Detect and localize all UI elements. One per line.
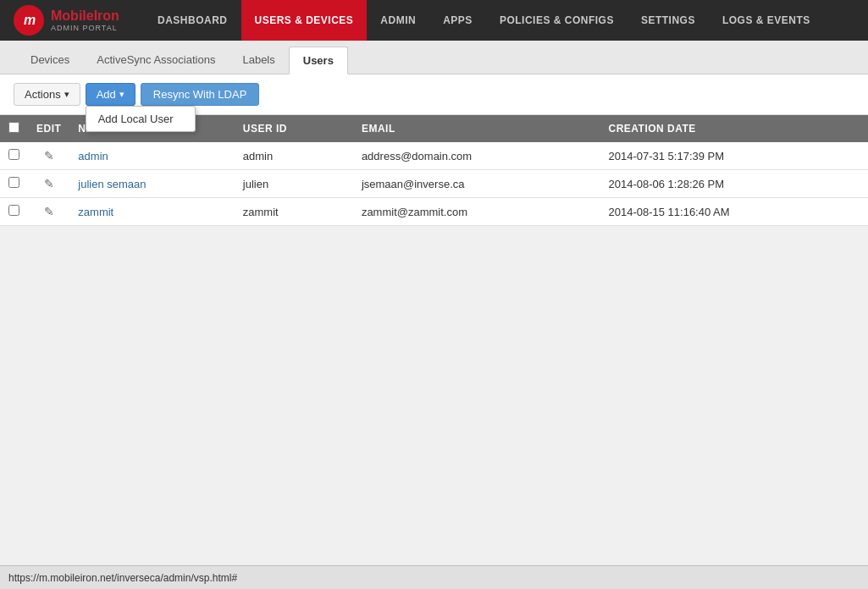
table-row: ✎ zammit zammit zammit@zammit.com 2014-0…: [0, 198, 868, 226]
top-nav: m MobileIron ADMIN PORTAL DASHBOARD USER…: [0, 0, 868, 41]
table-row: ✎ julien semaan julien jsemaan@inverse.c…: [0, 170, 868, 198]
nav-item-policies-configs[interactable]: POLICIES & CONFIGS: [486, 0, 628, 41]
add-local-user-item[interactable]: Add Local User: [86, 107, 195, 131]
bottom-bar: https://m.mobileiron.net/inverseca/admin…: [0, 565, 868, 589]
svg-text:m: m: [24, 13, 36, 27]
row-checkbox-cell: [0, 142, 28, 170]
nav-item-users-devices[interactable]: USERS & DEVICES: [241, 0, 368, 41]
row-checkbox[interactable]: [8, 177, 19, 188]
edit-icon[interactable]: ✎: [44, 205, 54, 218]
col-header-creation-date: CREATION DATE: [600, 115, 868, 142]
admin-portal-label: ADMIN PORTAL: [51, 24, 119, 32]
user-name-cell: zammit: [69, 198, 234, 226]
add-dropdown-menu: Add Local User: [86, 106, 196, 132]
row-checkbox[interactable]: [8, 149, 19, 160]
add-dropdown-wrapper: Add Add Local User: [86, 83, 135, 106]
sub-nav: Devices ActiveSync Associations Labels U…: [0, 41, 868, 74]
subnav-devices[interactable]: Devices: [17, 47, 83, 74]
toolbar: Actions Add Add Local User Resync With L…: [0, 74, 868, 115]
nav-item-admin[interactable]: ADMIN: [367, 0, 429, 41]
user-email-cell: jsemaan@inverse.ca: [353, 170, 600, 198]
col-header-userid: USER ID: [235, 115, 353, 142]
user-date-cell: 2014-07-31 5:17:39 PM: [600, 142, 868, 170]
col-header-email: EMAIL: [353, 115, 600, 142]
main-nav: DASHBOARD USERS & DEVICES ADMIN APPS POL…: [144, 0, 824, 41]
user-date-cell: 2014-08-06 1:28:26 PM: [600, 170, 868, 198]
row-edit-cell: ✎: [28, 142, 69, 170]
user-email-cell: address@domain.com: [353, 142, 600, 170]
user-name-cell: julien semaan: [69, 170, 234, 198]
select-all-checkbox[interactable]: [8, 122, 19, 133]
add-button[interactable]: Add: [86, 83, 135, 106]
subnav-activesync[interactable]: ActiveSync Associations: [83, 47, 229, 74]
user-name-cell: admin: [69, 142, 234, 170]
col-header-edit: EDIT: [28, 115, 69, 142]
subnav-users[interactable]: Users: [289, 47, 348, 74]
user-id-cell: zammit: [235, 198, 353, 226]
row-checkbox-cell: [0, 170, 28, 198]
status-url: https://m.mobileiron.net/inverseca/admin…: [8, 572, 237, 584]
row-edit-cell: ✎: [28, 198, 69, 226]
resync-ldap-button[interactable]: Resync With LDAP: [141, 83, 260, 106]
edit-icon[interactable]: ✎: [44, 149, 54, 162]
nav-item-logs-events[interactable]: LOGS & EVENTS: [709, 0, 824, 41]
col-header-checkbox: [0, 115, 28, 142]
logo-icon: m: [14, 5, 44, 36]
table-row: ✎ admin admin address@domain.com 2014-07…: [0, 142, 868, 170]
nav-item-apps[interactable]: APPS: [429, 0, 486, 41]
user-name-link[interactable]: zammit: [78, 206, 113, 218]
logo: m MobileIron ADMIN PORTAL: [0, 5, 144, 36]
nav-item-dashboard[interactable]: DASHBOARD: [144, 0, 241, 41]
user-email-cell: zammit@zammit.com: [353, 198, 600, 226]
brand-mobile: Mobile: [51, 8, 94, 23]
subnav-labels[interactable]: Labels: [229, 47, 288, 74]
user-id-cell: admin: [235, 142, 353, 170]
logo-text: MobileIron ADMIN PORTAL: [51, 8, 119, 32]
user-name-link[interactable]: admin: [78, 150, 108, 162]
user-id-cell: julien: [235, 170, 353, 198]
row-checkbox-cell: [0, 198, 28, 226]
row-checkbox[interactable]: [8, 205, 19, 216]
actions-button[interactable]: Actions: [14, 83, 80, 106]
users-table-body: ✎ admin admin address@domain.com 2014-07…: [0, 142, 868, 226]
nav-item-settings[interactable]: SETTINGS: [628, 0, 709, 41]
user-name-link[interactable]: julien semaan: [78, 178, 146, 190]
user-date-cell: 2014-08-15 11:16:40 AM: [600, 198, 868, 226]
actions-dropdown-wrapper: Actions: [14, 83, 80, 106]
brand-iron: Iron: [94, 8, 119, 23]
row-edit-cell: ✎: [28, 170, 69, 198]
edit-icon[interactable]: ✎: [44, 177, 54, 190]
